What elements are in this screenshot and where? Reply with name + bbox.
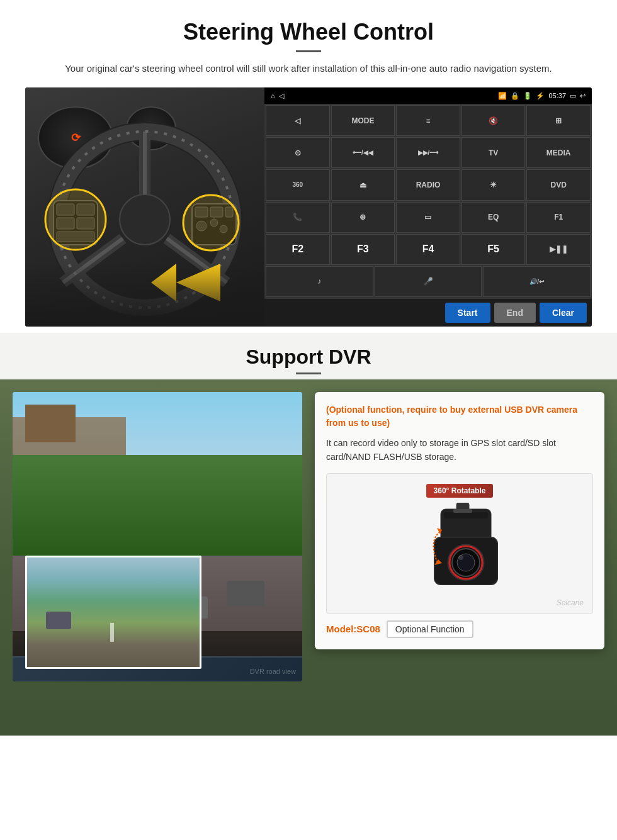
- btn-phone[interactable]: 📞: [266, 202, 330, 233]
- bluetooth-icon: ⚡: [536, 92, 545, 100]
- preview-car: [46, 612, 71, 629]
- section2-title: Support DVR: [0, 345, 617, 369]
- section1-steering: Steering Wheel Control Your original car…: [0, 0, 617, 327]
- end-button[interactable]: End: [494, 303, 536, 323]
- btn-brightness[interactable]: ☀: [461, 169, 526, 200]
- btn-f1[interactable]: F1: [526, 202, 591, 233]
- svg-rect-28: [444, 512, 488, 518]
- svg-point-2: [120, 194, 170, 245]
- optional-function-badge: Optional Function: [387, 620, 473, 638]
- btn-mic[interactable]: 🎤: [375, 266, 482, 297]
- btn-mute[interactable]: 🔇: [461, 105, 526, 136]
- btn-next[interactable]: ▶▶/⟶: [396, 137, 460, 168]
- navigate-icon: ◁: [279, 92, 284, 100]
- statusbar-left: ⌂ ◁: [271, 92, 284, 100]
- btn-navigate[interactable]: ◁: [266, 105, 330, 136]
- btn-media[interactable]: MEDIA: [526, 137, 591, 168]
- building-roof: [25, 405, 76, 442]
- dvr-camera-box: 360° Rotatable: [326, 473, 593, 614]
- btn-camera[interactable]: ⊙: [266, 137, 330, 168]
- steering-wheel-photo: ⟳: [25, 87, 264, 327]
- battery-icon: 🔋: [523, 92, 532, 100]
- tablet-row-6: ♪ 🎤 🔊/↩: [266, 266, 591, 297]
- preview-road-mark: [110, 623, 114, 642]
- section2-title-bar: Support DVR: [0, 333, 617, 379]
- tablet-ui: ⌂ ◁ 📶 🔒 🔋 ⚡ 05:37 ▭ ↩ ◁ MODE: [264, 87, 592, 327]
- btn-f4[interactable]: F4: [396, 234, 460, 265]
- btn-tv[interactable]: TV: [461, 137, 526, 168]
- wifi-icon: 📶: [498, 92, 507, 100]
- section1-divider: [296, 50, 321, 52]
- home-icon: ⌂: [271, 92, 275, 99]
- svg-rect-36: [453, 509, 472, 513]
- clear-button[interactable]: Clear: [540, 303, 587, 323]
- section1-subtitle: Your original car's steering wheel contr…: [25, 61, 592, 76]
- btn-360[interactable]: 360: [266, 169, 330, 200]
- dvr-info-card: (Optional function, require to buy exter…: [315, 392, 604, 649]
- model-label: Model:SC08: [326, 624, 380, 634]
- screen-icon: ▭: [570, 92, 576, 100]
- dvr-content-area: (Optional function, require to buy exter…: [0, 379, 617, 732]
- statusbar-right: 📶 🔒 🔋 ⚡ 05:37 ▭ ↩: [498, 92, 586, 100]
- btn-prev[interactable]: ⟵/◀◀: [331, 137, 395, 168]
- time-display: 05:37: [548, 92, 566, 99]
- btn-f5[interactable]: F5: [461, 234, 526, 265]
- tablet-row-1: ◁ MODE ≡ 🔇 ⊞: [266, 105, 591, 136]
- hedge-row: [13, 455, 302, 556]
- btn-music[interactable]: ♪: [266, 266, 373, 297]
- dvr-optional-text: (Optional function, require to buy exter…: [326, 403, 593, 430]
- btn-volume[interactable]: 🔊/↩: [483, 266, 591, 297]
- svg-point-33: [458, 555, 463, 560]
- dvr-preview-img: [25, 556, 201, 669]
- btn-f3[interactable]: F3: [331, 234, 395, 265]
- dvr-left-photo: [13, 392, 302, 681]
- dvr-model-row: Model:SC08 Optional Function: [326, 620, 593, 638]
- btn-eject[interactable]: ⏏: [331, 169, 395, 200]
- back-icon: ↩: [580, 92, 586, 100]
- lock-icon: 🔒: [511, 92, 519, 100]
- section1-title: Steering Wheel Control: [25, 19, 592, 45]
- rotatable-badge: 360° Rotatable: [426, 484, 494, 498]
- svg-point-24: [183, 195, 239, 250]
- btn-playpause[interactable]: ▶❚❚: [526, 234, 591, 265]
- tablet-row-2: ⊙ ⟵/◀◀ ▶▶/⟶ TV MEDIA: [266, 137, 591, 168]
- btn-mode[interactable]: MODE: [331, 105, 395, 136]
- dashboard-bottom: [25, 264, 264, 327]
- btn-eq[interactable]: EQ: [461, 202, 526, 233]
- tablet-bottom-bar: Start End Clear: [264, 298, 592, 327]
- start-button[interactable]: Start: [445, 303, 490, 323]
- preview-scene: [27, 557, 200, 667]
- steering-container: ⟳: [25, 87, 592, 327]
- section2-divider: [296, 372, 321, 374]
- tablet-statusbar: ⌂ ◁ 📶 🔒 🔋 ⚡ 05:37 ▭ ↩: [264, 87, 592, 104]
- section2-dvr: Support DVR: [0, 333, 617, 736]
- dvr-camera-svg: [397, 503, 523, 603]
- btn-gps[interactable]: ⊕: [331, 202, 395, 233]
- svg-point-23: [45, 189, 106, 250]
- btn-dvd[interactable]: DVD: [526, 169, 591, 200]
- car-right: [227, 581, 264, 606]
- seicane-watermark: Seicane: [557, 598, 584, 607]
- btn-apps[interactable]: ⊞: [526, 105, 591, 136]
- dvr-description: It can record video only to storage in G…: [326, 436, 593, 464]
- tablet-button-grid: ◁ MODE ≡ 🔇 ⊞ ⊙ ⟵/◀◀ ▶▶/⟶ TV MEDIA 360: [264, 104, 592, 298]
- btn-radio[interactable]: RADIO: [396, 169, 460, 200]
- btn-menu[interactable]: ≡: [396, 105, 460, 136]
- tablet-row-5: F2 F3 F4 F5 ▶❚❚: [266, 234, 591, 265]
- btn-f2[interactable]: F2: [266, 234, 330, 265]
- tablet-row-3: 360 ⏏ RADIO ☀ DVD: [266, 169, 591, 200]
- tablet-row-4: 📞 ⊕ ▭ EQ F1: [266, 202, 591, 233]
- btn-screen-mode[interactable]: ▭: [396, 202, 460, 233]
